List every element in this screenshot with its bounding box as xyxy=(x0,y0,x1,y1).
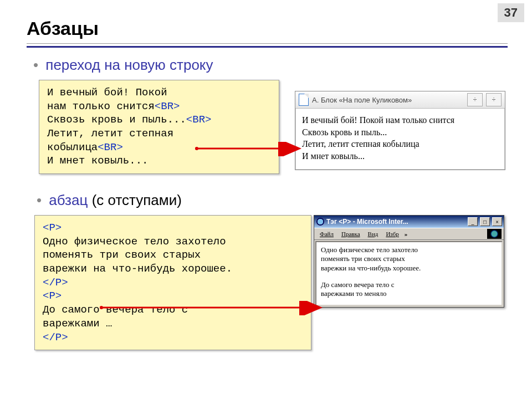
code-line: варежки на что-нибудь хорошее. xyxy=(43,263,232,275)
page-number: 37 xyxy=(498,3,524,22)
rendered-line: Летит, летит степная кобылица xyxy=(302,138,498,150)
code-line: кобылица xyxy=(47,141,98,154)
title-underline xyxy=(27,43,508,48)
menu-overflow[interactable]: » xyxy=(405,231,408,237)
code-line: варежками … xyxy=(43,318,112,330)
close-button[interactable]: × xyxy=(492,217,502,226)
browser1-title: А. Блок «На поле Куликовом» xyxy=(312,96,412,104)
ie-throbber-icon xyxy=(487,229,502,239)
browser-preview-1: А. Блок «На поле Куликовом» ÷ ÷ И вечный… xyxy=(295,91,505,170)
ie-title: Тэг <P> - Microsoft Inter... xyxy=(326,218,408,226)
p-close-tag: </P> xyxy=(43,331,68,344)
code-line: Летит, летит степная xyxy=(47,127,173,140)
browser1-titlebar: А. Блок «На поле Куликовом» ÷ ÷ xyxy=(295,91,505,109)
code-line: До самого вечера тело с xyxy=(43,304,188,316)
menu-view[interactable]: Вид xyxy=(365,229,382,238)
ie-body: Одно физическое тело захотело поменять т… xyxy=(315,241,503,306)
code-line: поменять три своих старых xyxy=(43,249,201,261)
br-tag: <BR> xyxy=(186,114,212,126)
code-line: Одно физическое тело захотело xyxy=(43,236,226,248)
minimize-button[interactable]: _ xyxy=(468,217,478,226)
slide-title: Абзацы xyxy=(27,18,99,39)
menu-file[interactable]: Файл xyxy=(316,229,337,238)
code-example-p: <P> Одно физическое тело захотело поменя… xyxy=(34,215,311,350)
code-example-br: И вечный бой! Покой нам только снится<BR… xyxy=(39,80,279,174)
document-icon xyxy=(299,94,309,106)
code-line: И вечный бой! Покой xyxy=(47,86,167,99)
bullet2-word: абзац xyxy=(49,192,88,208)
ie-paragraph: Одно физическое тело захотело поменять т… xyxy=(321,245,497,273)
ie-icon xyxy=(316,218,324,226)
ie-paragraph: До самого вечера тело с варежками то мен… xyxy=(321,280,497,299)
ie-titlebar: Тэг <P> - Microsoft Inter... _ □ × xyxy=(314,216,504,228)
menu-edit[interactable]: Правка xyxy=(338,229,364,238)
rendered-line: И вечный бой! Покой нам только снится xyxy=(302,114,498,126)
browser1-body: И вечный бой! Покой нам только снится Ск… xyxy=(295,109,505,170)
bullet-newline: переход на новую строку xyxy=(33,57,213,74)
bullet-paragraph: абзац (с отступами) xyxy=(37,192,182,209)
code-line: И мнет ковыль... xyxy=(47,155,148,167)
maximize-button[interactable]: □ xyxy=(480,217,490,226)
rendered-line: Сквозь кровь и пыль... xyxy=(302,126,498,139)
p-close-tag: </P> xyxy=(43,277,68,289)
ie-menubar: Файл Правка Вид Избр » xyxy=(314,228,504,240)
p-open-tag: <P> xyxy=(43,290,62,302)
bullet2-paren: (с отступами) xyxy=(92,192,182,208)
menu-fav[interactable]: Избр xyxy=(382,229,402,238)
p-open-tag: <P> xyxy=(43,222,62,234)
rendered-line: И мнет ковыль... xyxy=(302,150,498,162)
code-line: нам только снится xyxy=(47,100,155,112)
titlebar-button[interactable]: ÷ xyxy=(467,93,483,106)
ie-window: Тэг <P> - Microsoft Inter... _ □ × Файл … xyxy=(314,215,504,308)
titlebar-button[interactable]: ÷ xyxy=(486,93,502,106)
br-tag: <BR> xyxy=(155,100,180,112)
code-line: Сквозь кровь и пыль... xyxy=(47,114,186,126)
br-tag: <BR> xyxy=(98,141,123,154)
